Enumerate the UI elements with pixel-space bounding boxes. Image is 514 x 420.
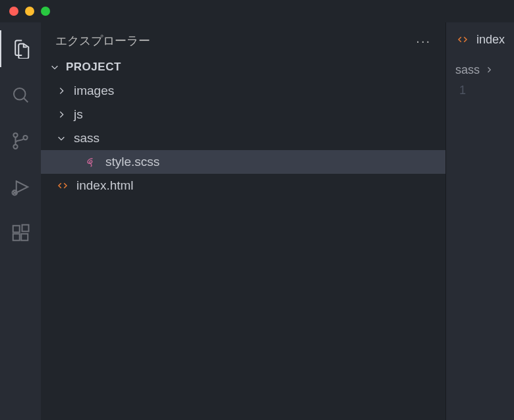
sidebar-more-icon[interactable]: ··· [416, 34, 431, 49]
svg-point-2 [13, 133, 17, 137]
editor-area: index sass 1 [445, 22, 514, 420]
folder-label: images [74, 84, 114, 98]
activity-extensions-icon[interactable] [0, 215, 41, 251]
file-tree: images js sass style.scss [41, 79, 445, 197]
window-minimize-button[interactable] [25, 7, 34, 16]
html-file-icon [55, 180, 70, 192]
tab-label: index [476, 33, 505, 47]
svg-rect-12 [22, 225, 29, 232]
svg-marker-5 [16, 181, 28, 193]
project-header[interactable]: PROJECT [41, 55, 445, 79]
svg-rect-10 [13, 234, 20, 240]
activity-run-debug-icon[interactable] [0, 169, 41, 205]
folder-label: sass [74, 131, 100, 145]
chevron-down-icon [55, 134, 67, 143]
sidebar-title: エクスプローラー [55, 33, 150, 49]
svg-line-1 [24, 98, 28, 102]
svg-rect-11 [21, 234, 28, 240]
html-file-icon [455, 34, 470, 45]
sidebar-header: エクスプローラー ··· [41, 22, 445, 55]
chevron-right-icon [485, 63, 493, 77]
editor-tabs: index [446, 22, 514, 57]
folder-label: js [74, 107, 83, 122]
svg-point-3 [13, 145, 17, 149]
breadcrumb-segment: sass [455, 63, 480, 77]
chevron-right-icon [55, 86, 67, 95]
window-titlebar [0, 0, 514, 22]
file-index-html[interactable]: index.html [41, 174, 445, 197]
file-label: style.scss [105, 155, 159, 169]
activity-search-icon[interactable] [0, 76, 41, 113]
explorer-sidebar: エクスプローラー ··· PROJECT images js [41, 22, 445, 420]
chevron-right-icon [55, 110, 67, 119]
activity-source-control-icon[interactable] [0, 122, 41, 159]
line-number: 1 [446, 81, 466, 97]
file-label: index.html [76, 178, 134, 193]
tab-index-html[interactable]: index [446, 22, 514, 57]
activity-explorer-icon[interactable] [0, 30, 41, 67]
window-close-button[interactable] [9, 7, 18, 16]
folder-sass[interactable]: sass [41, 126, 445, 150]
chevron-down-icon [49, 63, 61, 72]
project-label: PROJECT [66, 61, 121, 74]
svg-rect-9 [13, 226, 20, 232]
breadcrumb[interactable]: sass [446, 57, 514, 81]
file-style-scss[interactable]: style.scss [41, 150, 445, 174]
svg-point-0 [14, 88, 26, 100]
folder-js[interactable]: js [41, 103, 445, 126]
sass-file-icon [84, 156, 99, 168]
folder-images[interactable]: images [41, 79, 445, 103]
window-zoom-button[interactable] [41, 7, 50, 16]
activity-bar [0, 22, 41, 420]
